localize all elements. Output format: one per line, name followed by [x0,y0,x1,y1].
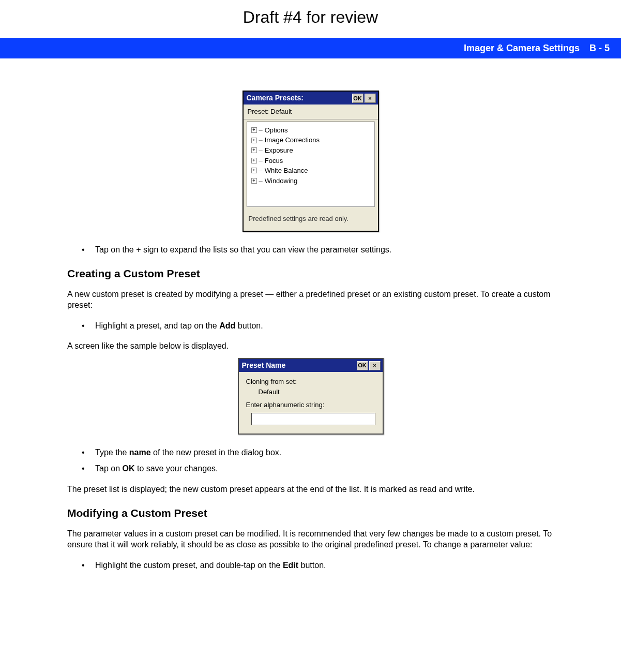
tree-label: Focus [265,156,283,166]
tree-item[interactable]: +– Focus [251,156,370,166]
figure-camera-presets: Camera Presets: OK × Preset: Default +– … [67,91,554,231]
body-paragraph: A new custom preset is created by modify… [67,289,554,311]
camera-presets-dialog: Camera Presets: OK × Preset: Default +– … [243,91,379,231]
list-item: Highlight the custom preset, and double-… [82,560,554,571]
bullet-list: Tap on the + sign to expand the lists so… [82,244,554,256]
list-item: Type the name of the new preset in the d… [82,447,554,458]
list-item: Highlight a preset, and tap on the Add b… [82,320,554,332]
dialog-titlebar: Preset Name OK × [239,358,383,372]
text: Tap on [95,464,122,473]
expand-icon[interactable]: + [251,138,257,143]
dialog-titlebar: Camera Presets: OK × [244,91,378,104]
clone-source: Default [246,387,376,397]
expand-icon[interactable]: + [251,168,257,173]
dialog-title: Camera Presets: [247,93,304,103]
preset-name-dialog: Preset Name OK × Cloning from set: Defau… [238,358,384,435]
tree-connector: – [259,166,263,175]
text: to save your changes. [134,464,218,473]
body-paragraph: The parameter values in a custom preset … [67,528,554,550]
body-paragraph: A screen like the sample below is displa… [67,340,554,352]
figure-preset-name: Preset Name OK × Cloning from set: Defau… [67,358,554,435]
bold-text: Edit [283,561,298,570]
bold-text: name [129,448,151,457]
tree-item[interactable]: +– Options [251,125,370,136]
preset-name-input[interactable] [251,413,375,425]
readonly-note: Predefined settings are read only. [244,209,378,231]
tree-label: Image Corrections [265,136,320,145]
bullet-list: Highlight a preset, and tap on the Add b… [82,320,554,332]
tree-item[interactable]: +– Exposure [251,145,370,156]
bold-text: Add [219,321,235,330]
tree-item[interactable]: +– Windowing [251,176,370,186]
bullet-list: Highlight the custom preset, and double-… [82,560,554,571]
expand-icon[interactable]: + [251,147,257,153]
header-page-number: B - 5 [589,43,610,53]
tree-label: Windowing [265,176,298,186]
tree-label: Exposure [265,146,293,155]
tree-item[interactable]: +– Image Corrections [251,135,370,145]
tree-label: White Balance [265,166,308,175]
tree-item[interactable]: +– White Balance [251,166,370,176]
clone-label: Cloning from set: [246,377,376,386]
tree-connector: – [259,176,263,186]
text: Highlight a preset, and tap on the [95,321,219,330]
draft-title: Draft #4 for review [0,0,621,38]
dialog-title: Preset Name [242,361,286,370]
section-heading-modify: Modifying a Custom Preset [67,506,554,520]
tree-connector: – [259,146,263,155]
text: of the new preset in the dialog box. [151,448,282,457]
tree-view[interactable]: +– Options +– Image Corrections +– Expos… [247,122,375,207]
text: Highlight the custom preset, and double-… [95,561,283,570]
list-item: Tap on the + sign to expand the lists so… [82,244,554,256]
text: button. [235,321,263,330]
page-header-bar: Imager & Camera Settings B - 5 [0,38,621,58]
expand-icon[interactable]: + [251,178,257,184]
enter-string-label: Enter alphanumeric string: [246,400,376,410]
close-button[interactable]: × [365,94,376,103]
list-item: Tap on OK to save your changes. [82,463,554,474]
tree-connector: – [259,136,263,145]
ok-button[interactable]: OK [352,94,363,103]
preset-dropdown[interactable]: Preset: Default [244,104,378,120]
close-button[interactable]: × [369,361,381,370]
section-heading-create: Creating a Custom Preset [67,266,554,281]
bullet-list: Type the name of the new preset in the d… [82,447,554,474]
bold-text: OK [122,464,134,473]
expand-icon[interactable]: + [251,127,257,133]
header-section: Imager & Camera Settings [464,43,580,53]
text: Type the [95,448,129,457]
tree-connector: – [259,126,263,135]
ok-button[interactable]: OK [357,361,368,370]
tree-label: Options [265,126,288,135]
expand-icon[interactable]: + [251,158,257,163]
text: button. [298,561,326,570]
tree-connector: – [259,156,263,166]
body-paragraph: The preset list is displayed; the new cu… [67,484,554,495]
